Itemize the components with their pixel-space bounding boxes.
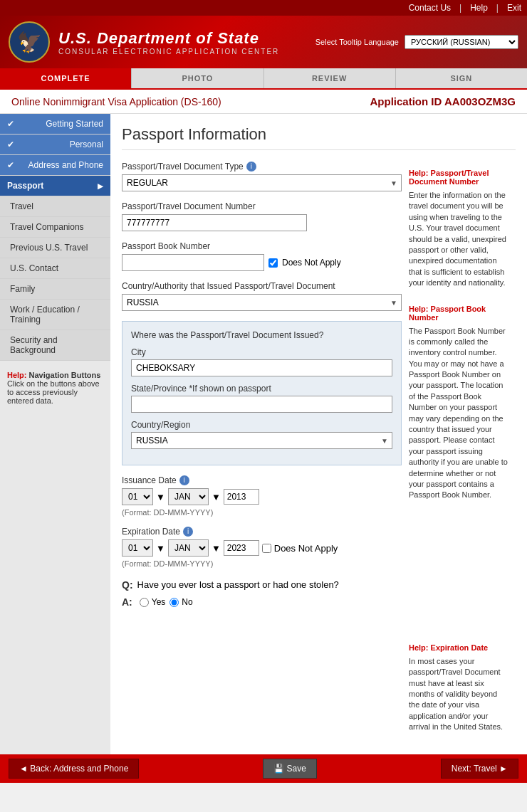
lost-passport-section: Q: Have you ever lost a passport or had … — [122, 579, 402, 608]
sidebar-item-previous-us-travel[interactable]: Previous U.S. Travel — [0, 238, 110, 258]
sidebar-item-travel[interactable]: Travel — [0, 196, 110, 217]
top-bar: Contact Us | Help | Exit — [0, 0, 527, 16]
lost-answer-row: A: Yes No — [122, 596, 402, 608]
doc-number-section: Passport/Travel Document Number — [122, 201, 402, 231]
sidebar-item-family[interactable]: Family — [0, 279, 110, 300]
save-button[interactable]: 💾 Save — [263, 759, 317, 779]
doc-type-section: Passport/Travel Document Type i REGULAR … — [122, 162, 402, 191]
exit-link[interactable]: Exit — [507, 3, 521, 13]
lost-yes-radio[interactable] — [140, 598, 149, 607]
city-field: City — [131, 347, 392, 376]
app-id: Application ID AA003OZM3G — [370, 95, 516, 107]
doc-type-select[interactable]: REGULAR OFFICIAL DIPLOMATIC — [122, 174, 402, 191]
expiration-format: (Format: DD-MMM-YYYY) — [122, 559, 402, 568]
sidebar-item-passport[interactable]: Passport ▶ — [0, 176, 110, 196]
issuer-section: Country/Authority that Issued Passport/T… — [122, 281, 402, 311]
bottom-nav: ◄ Back: Address and Phone 💾 Save Next: T… — [0, 754, 527, 783]
expiration-year-input[interactable] — [224, 540, 259, 556]
issuance-info-icon[interactable]: i — [179, 475, 189, 485]
sidebar-item-security[interactable]: Security and Background — [0, 330, 110, 361]
lost-no-text: No — [182, 597, 192, 607]
sidebar-label-work-education: Work / Education / Training — [10, 305, 103, 325]
issuance-label: Issuance Date i — [122, 475, 402, 485]
issuer-select[interactable]: RUSSIA UNITED STATES OTHER — [122, 294, 402, 311]
doc-type-label: Passport/Travel Document Type i — [122, 162, 402, 172]
next-button[interactable]: Next: Travel ► — [441, 759, 518, 779]
main-layout: ✔ Getting Started ✔ Personal ✔ Address a… — [0, 114, 527, 754]
expiration-checkbox-label[interactable]: Does Not Apply — [274, 543, 338, 554]
help-expiration: Help: Expiration Date In most cases your… — [409, 643, 508, 733]
expiration-label: Expiration Date i — [122, 527, 402, 537]
q-label: Q: — [122, 579, 133, 591]
issuance-month-select[interactable]: JANFEBMAR — [168, 488, 209, 505]
lost-no-label[interactable]: No — [169, 597, 192, 607]
tab-sign[interactable]: SIGN — [396, 68, 527, 88]
help-nav-text: Click on the buttons above to access pre… — [7, 379, 103, 405]
expiration-month-arrow: ▼ — [212, 543, 221, 554]
lost-no-radio[interactable] — [169, 598, 179, 607]
help-nav-title: Navigation Buttons — [29, 371, 101, 379]
issuance-date-row: 010203 ▼ JANFEBMAR ▼ — [122, 488, 402, 505]
language-label: Select Tooltip Language — [315, 38, 399, 46]
help-book-number: Help: Passport Book Number The Passport … — [409, 305, 508, 501]
book-number-section: Passport Book Number Does Not Apply — [122, 241, 402, 271]
agency-title-block: U.S. Department of State CONSULAR ELECTR… — [58, 29, 279, 56]
country-field: Country/Region RUSSIA UNITED STATES OTHE… — [131, 420, 392, 449]
doc-type-select-wrapper: REGULAR OFFICIAL DIPLOMATIC — [122, 174, 402, 191]
sidebar-label-personal: Personal — [70, 139, 103, 149]
expiration-section: Expiration Date i 010203 ▼ JANFEBMAR ▼ — [122, 527, 402, 568]
book-number-label: Passport Book Number — [122, 241, 402, 251]
sidebar-item-us-contact[interactable]: U.S. Contact — [0, 258, 110, 279]
sidebar-item-getting-started[interactable]: ✔ Getting Started — [0, 114, 110, 135]
book-number-checkbox-label[interactable]: Does Not Apply — [282, 258, 341, 268]
doc-type-info-icon[interactable]: i — [246, 162, 256, 172]
country-select-wrapper: RUSSIA UNITED STATES OTHER — [131, 432, 392, 449]
sidebar-item-address[interactable]: ✔ Address and Phone — [0, 155, 110, 176]
tab-review[interactable]: REVIEW — [264, 68, 396, 88]
help-expiration-title: Help: Expiration Date — [409, 643, 508, 652]
arrow-icon: ▶ — [98, 182, 103, 190]
sidebar-item-personal[interactable]: ✔ Personal — [0, 135, 110, 155]
issuer-select-wrapper: RUSSIA UNITED STATES OTHER — [122, 294, 402, 311]
contact-link[interactable]: Contact Us — [409, 3, 451, 13]
issuance-day-select[interactable]: 010203 — [122, 488, 153, 505]
city-label: City — [131, 347, 392, 357]
page-title: Passport Information — [122, 125, 516, 150]
back-button[interactable]: ◄ Back: Address and Phone — [9, 759, 139, 779]
city-input[interactable] — [131, 359, 392, 376]
state-input[interactable] — [131, 396, 392, 413]
book-number-input[interactable] — [122, 254, 264, 271]
agency-subtitle: CONSULAR ELECTRONIC APPLICATION CENTER — [58, 48, 279, 56]
language-select[interactable]: РУССКИЙ (RUSSIAN) ENGLISH ESPAÑOL FRANÇA… — [405, 35, 518, 49]
sidebar-label-travel: Travel — [10, 201, 33, 211]
lost-question-row: Q: Have you ever lost a passport or had … — [122, 579, 402, 591]
issuance-section: Issuance Date i 010203 ▼ JANFEBMAR ▼ — [122, 475, 402, 517]
tab-complete[interactable]: COMPLETE — [0, 68, 132, 88]
expiration-info-icon[interactable]: i — [183, 527, 193, 537]
help-link[interactable]: Help — [470, 3, 488, 13]
header: 🦅 U.S. Department of State CONSULAR ELEC… — [0, 16, 527, 68]
progress-tabs: COMPLETE PHOTO REVIEW SIGN — [0, 68, 527, 90]
sidebar-label-passport: Passport — [7, 181, 43, 191]
lost-question-text: Have you ever lost a passport or had one… — [137, 579, 339, 590]
sidebar-item-work-education[interactable]: Work / Education / Training — [0, 300, 110, 330]
help-passport-number-text: Enter the information on the travel docu… — [409, 190, 508, 289]
sidebar-label-us-contact: U.S. Contact — [10, 263, 58, 273]
form-main: Passport/Travel Document Type i REGULAR … — [122, 162, 402, 740]
lost-yes-label[interactable]: Yes — [140, 597, 166, 607]
book-number-checkbox[interactable] — [268, 258, 278, 268]
country-select[interactable]: RUSSIA UNITED STATES OTHER — [131, 432, 392, 449]
language-selector-block: Select Tooltip Language РУССКИЙ (RUSSIAN… — [315, 35, 518, 49]
expiration-month-select[interactable]: JANFEBMAR — [168, 539, 209, 557]
expiration-checkbox[interactable] — [262, 544, 271, 553]
doc-number-input[interactable] — [122, 214, 307, 231]
issuance-format: (Format: DD-MMM-YYYY) — [122, 508, 402, 517]
issued-where-label: Where was the Passport/Travel Document I… — [131, 330, 392, 340]
help-book-number-title: Help: Passport Book Number — [409, 305, 508, 322]
help-book-number-text: The Passport Book Number is commonly cal… — [409, 326, 508, 501]
expiration-day-select[interactable]: 010203 — [122, 539, 153, 557]
sidebar-item-travel-companions[interactable]: Travel Companions — [0, 217, 110, 238]
tab-photo[interactable]: PHOTO — [132, 68, 264, 88]
country-label: Country/Region — [131, 420, 392, 430]
issuance-year-input[interactable] — [224, 489, 259, 505]
